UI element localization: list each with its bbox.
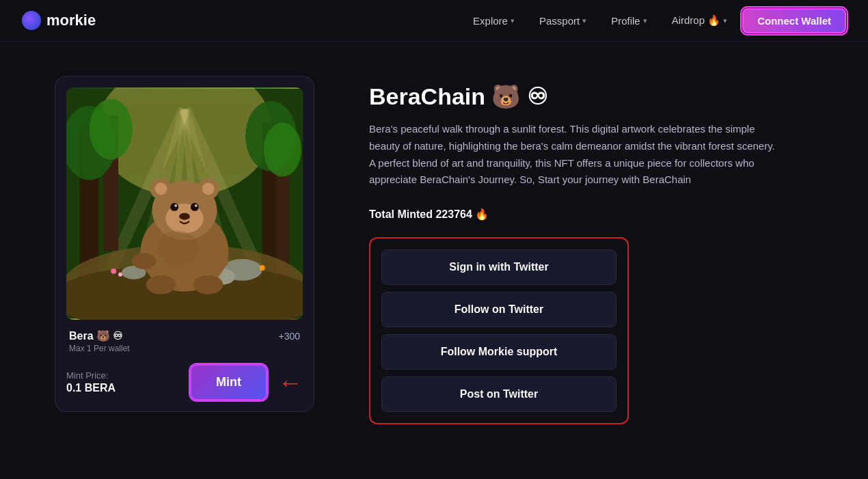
chevron-down-icon: ▾	[511, 16, 515, 25]
nft-subtitle: Max 1 Per wallet	[69, 344, 300, 353]
svg-point-37	[195, 204, 198, 207]
main-content: Bera 🐻 ♾ +300 Max 1 Per wallet Mint Pric…	[0, 42, 868, 459]
nft-image	[66, 87, 303, 320]
nft-card-info: Bera 🐻 ♾ +300 Max 1 Per wallet	[66, 329, 303, 353]
mint-button[interactable]: Mint	[190, 364, 267, 400]
svg-point-39	[202, 251, 229, 271]
nft-price: Mint Price: 0.1 BERA	[66, 370, 116, 394]
chevron-down-icon: ▾	[582, 16, 586, 25]
svg-point-35	[191, 203, 199, 211]
post-twitter-button[interactable]: Post on Twitter	[381, 377, 616, 412]
nav-label-explore: Explore	[473, 15, 508, 27]
nft-bottom: Mint Price: 0.1 BERA Mint ←	[66, 364, 303, 400]
svg-point-34	[170, 203, 178, 211]
nft-price-value: 0.1 BERA	[66, 382, 116, 394]
nav-label-profile: Profile	[611, 15, 640, 27]
svg-point-23	[260, 265, 265, 271]
nft-detail-description: Bera's peaceful walk through a sunlit fo…	[369, 121, 779, 189]
svg-point-27	[132, 253, 157, 269]
svg-point-15	[264, 122, 301, 176]
follow-morkie-button[interactable]: Follow Morkie support	[381, 334, 616, 370]
nav-label-passport: Passport	[539, 15, 580, 27]
svg-point-25	[146, 275, 176, 295]
nav-links: Explore ▾ Passport ▾ Profile ▾ Airdrop 🔥…	[463, 8, 846, 33]
action-box: Sign in with Twitter Follow on Twitter F…	[369, 237, 629, 424]
logo-icon	[22, 11, 41, 30]
nft-name: Bera 🐻 ♾	[69, 329, 122, 342]
sign-in-twitter-button[interactable]: Sign in with Twitter	[381, 249, 616, 285]
svg-point-30	[155, 182, 167, 195]
chevron-down-icon: ▾	[643, 16, 647, 25]
nft-detail: BeraChain 🐻 ♾ Bera's peaceful walk throu…	[369, 76, 813, 424]
brand-name: morkie	[46, 12, 96, 29]
svg-point-26	[193, 275, 223, 295]
total-minted: Total Minted 223764 🔥	[369, 208, 813, 221]
nft-detail-title: BeraChain 🐻 ♾	[369, 83, 813, 110]
nav-item-airdrop[interactable]: Airdrop 🔥 ▾	[662, 10, 737, 31]
connect-wallet-button[interactable]: Connect Wallet	[742, 8, 846, 33]
nav-item-profile[interactable]: Profile ▾	[601, 11, 657, 31]
svg-point-38	[179, 213, 190, 220]
logo[interactable]: morkie	[22, 11, 96, 30]
nft-price-label: Mint Price:	[66, 370, 116, 381]
follow-twitter-button[interactable]: Follow on Twitter	[381, 292, 616, 327]
svg-point-40	[157, 231, 198, 264]
mint-btn-wrapper: Mint ←	[190, 364, 303, 400]
nft-card: Bera 🐻 ♾ +300 Max 1 Per wallet Mint Pric…	[55, 76, 314, 412]
svg-point-13	[90, 99, 133, 160]
arrow-left-icon: ←	[278, 370, 303, 395]
nft-points: +300	[278, 331, 300, 342]
svg-point-22	[118, 273, 122, 277]
nav-item-explore[interactable]: Explore ▾	[463, 11, 524, 31]
svg-point-32	[202, 182, 215, 195]
nft-title-row: Bera 🐻 ♾ +300	[69, 329, 300, 342]
nav-label-airdrop: Airdrop 🔥	[672, 14, 721, 27]
chevron-down-icon: ▾	[723, 16, 727, 25]
svg-point-36	[174, 204, 177, 207]
navbar: morkie Explore ▾ Passport ▾ Profile ▾ Ai…	[0, 0, 868, 42]
nav-item-passport[interactable]: Passport ▾	[530, 11, 596, 31]
svg-point-21	[111, 269, 116, 274]
